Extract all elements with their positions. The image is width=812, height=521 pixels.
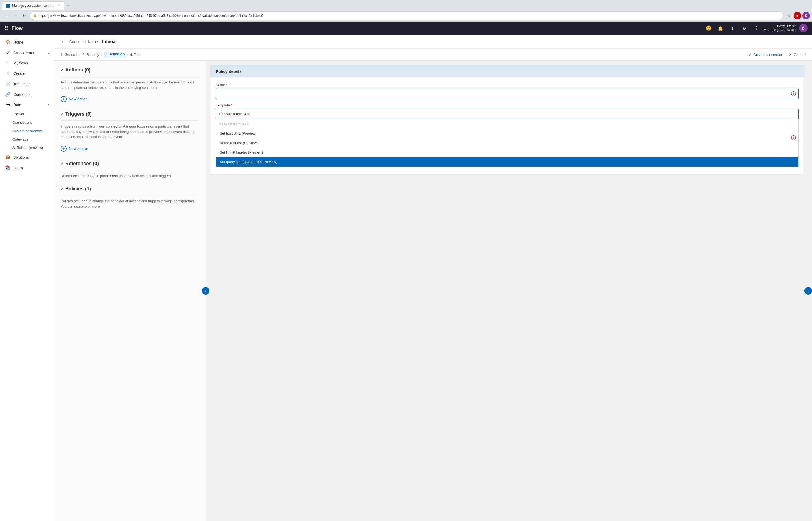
connector-back-button[interactable]: ← [61,39,66,45]
right-panel: Policy details Name * ⓘ [206,61,812,521]
refresh-button[interactable]: ↻ [21,12,28,20]
sidebar-label-my-flows: My flows [13,61,28,65]
action-items-icon: ✓ [5,50,10,55]
policy-panel-header: Policy details [210,65,804,77]
app-layout: 🏠 Home ✓ Action items ∨ ↑ My flows + Cre… [0,35,812,521]
sidebar-label-learn: Learn [13,166,23,170]
user-avatar[interactable]: D [799,24,808,32]
step-general[interactable]: 1. General [61,52,77,56]
sidebar-item-home[interactable]: 🏠 Home [0,37,54,47]
policies-chevron-icon: ∨ [61,187,63,191]
sidebar-item-action-items[interactable]: ✓ Action items ∨ [0,47,54,58]
user-org: Microsoft (new default) ( [764,28,796,32]
step-test[interactable]: 4. Test [130,52,141,56]
solutions-icon: 📦 [5,155,10,160]
main-content: ← Connector Name Tutorial 1. General › 2… [54,35,812,521]
name-field-group: Name * ⓘ [216,83,799,99]
cancel-button[interactable]: ✕ Cancel [789,52,806,57]
action-items-chevron-icon: ∨ [47,51,50,54]
references-section: ∨ References (0) References are reusable… [61,161,199,179]
triggers-section-desc: Triggers read data from your connector. … [61,124,199,140]
address-bar[interactable]: 🔒 https://preview.flow.microsoft.com/man… [30,12,783,20]
actions-chevron-icon: ∨ [61,68,63,72]
step-definition[interactable]: 3. Definition [104,52,124,57]
new-action-button[interactable]: + New action [61,94,88,104]
policies-section-header: ∨ Policies (1) [61,186,199,195]
notification-icon[interactable]: 🔔 [716,24,725,32]
forward-button[interactable]: → [11,12,19,20]
sidebar: 🏠 Home ✓ Action items ∨ ↑ My flows + Cre… [0,35,54,521]
name-input[interactable] [216,89,799,99]
user-profile-icon[interactable]: D [802,12,810,20]
name-required-indicator: * [225,83,228,87]
new-action-label: New action [69,97,88,101]
template-error-icon: ⓘ [791,135,796,141]
step-test-label: 4. Test [130,52,141,56]
content-area: ∨ Actions (0) Actions determine the oper… [54,61,812,521]
triggers-section-title: Triggers (0) [65,111,92,117]
checkmark-icon: ✓ [748,52,751,57]
sidebar-item-templates[interactable]: 📄 Templates [0,78,54,89]
name-input-wrapper: ⓘ [216,89,799,99]
download-icon[interactable]: ⬇ [728,24,737,32]
create-icon: + [5,71,10,76]
sidebar-sub-gateways[interactable]: Gateways [0,135,54,143]
dropdown-option-route-request[interactable]: Route request (Preview) [216,138,798,148]
dropdown-option-host-url[interactable]: Set host URL (Preview) [216,129,798,138]
help-icon[interactable]: ? [752,24,761,32]
left-panel: ∨ Actions (0) Actions determine the oper… [54,61,206,521]
settings-icon[interactable]: ⚙ [740,24,749,32]
dropdown-option-http-header[interactable]: Set HTTP header (Preview) [216,148,798,157]
connector-title: Tutorial [101,39,117,44]
sidebar-item-solutions[interactable]: 📦 Solutions [0,152,54,162]
sidebar-label-home: Home [13,40,23,44]
actions-section: ∨ Actions (0) Actions determine the oper… [61,67,199,104]
template-selected-text: Choose a template [219,112,250,116]
connectors-icon: 🔗 [5,92,10,97]
dropdown-option-query-string[interactable]: Set query string parameter (Preview) [216,157,798,166]
sidebar-sub-entities[interactable]: Entities [0,110,54,118]
dropdown-option-placeholder[interactable]: Choose a template [216,119,798,129]
favorites-icon[interactable]: ☆ [785,12,792,20]
sidebar-item-my-flows[interactable]: ↑ My flows [0,58,54,68]
new-tab-button[interactable]: + [65,2,72,9]
sidebar-sub-ai-builder[interactable]: AI Builder (preview) [0,143,54,152]
tab-favicon: F [6,4,10,7]
sidebar-item-learn[interactable]: 📚 Learn [0,162,54,173]
connector-breadcrumb: Connector Name [69,40,98,44]
templates-icon: 📄 [5,81,10,86]
step-security[interactable]: 2. Security [82,52,99,56]
step-general-label: 1. General [61,52,77,56]
policies-section-desc: Policies are used to change the behavior… [61,199,199,209]
back-button[interactable]: ← [2,12,10,20]
emoji-icon[interactable]: 😊 [704,24,713,32]
waffle-menu-icon[interactable]: ⠿ [4,25,8,31]
tab-close-icon[interactable]: ✕ [58,4,61,7]
policy-panel-body: Name * ⓘ Template * [210,77,804,174]
new-trigger-label: New trigger [69,146,88,151]
name-field-label: Name * [216,83,799,87]
profile-extension-icon[interactable]: ◉ [794,12,801,20]
sidebar-item-create[interactable]: + Create [0,68,54,78]
browser-tab[interactable]: F Manage your custom connectors ✕ [2,1,65,10]
create-connector-button[interactable]: ✓ Create connector [748,52,782,57]
sidebar-sub-custom-connectors[interactable]: Custom connectors [0,127,54,135]
template-select-display[interactable]: Choose a template ⓘ [216,109,799,119]
my-flows-icon: ↑ [5,61,10,66]
user-info: Denzel Pfeifer Microsoft (new default) ( [764,24,796,32]
references-chevron-icon: ∨ [61,162,63,165]
sidebar-sub-connections[interactable]: Connections [0,118,54,127]
right-nav-arrow[interactable]: › [805,287,812,295]
references-section-header: ∨ References (0) [61,161,199,170]
sidebar-item-data[interactable]: 🗃 Data ∧ [0,100,54,110]
address-bar-row: ← → ↻ 🔒 https://preview.flow.microsoft.c… [0,10,812,22]
wizard-steps-bar: 1. General › 2. Security › 3. Definition… [54,49,812,61]
name-error-icon: ⓘ [791,90,796,97]
connector-header: ← Connector Name Tutorial [54,35,812,49]
left-nav-arrow[interactable]: ‹ [202,287,210,295]
step-definition-label: 3. Definition [104,52,124,56]
sidebar-label-create: Create [13,71,25,75]
new-trigger-button[interactable]: + New trigger [61,144,88,153]
triggers-section-header: ∨ Triggers (0) [61,111,199,120]
sidebar-item-connectors[interactable]: 🔗 Connectors [0,89,54,100]
